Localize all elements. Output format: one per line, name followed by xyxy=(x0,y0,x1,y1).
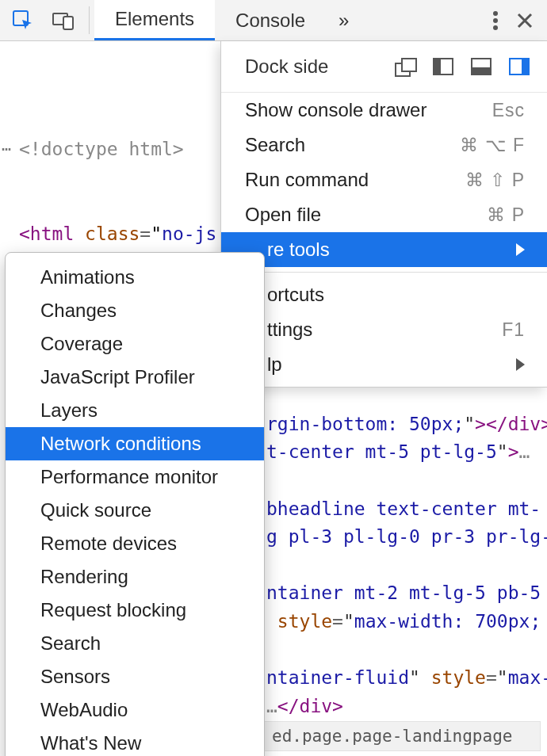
menu-shortcuts[interactable]: ortcuts xyxy=(221,277,547,312)
doctype-line: <!doctype html> xyxy=(19,139,184,159)
menu-open-file[interactable]: Open file ⌘ P xyxy=(221,197,547,232)
submenu-item-rendering[interactable]: Rendering xyxy=(6,560,264,594)
dock-bottom-icon[interactable] xyxy=(471,58,492,75)
shortcut: ⌘ ⇧ P xyxy=(465,170,525,191)
submenu-item-javascript-profiler[interactable]: JavaScript Profiler xyxy=(6,361,264,394)
dock-side-label: Dock side xyxy=(245,55,379,78)
dock-undock-icon[interactable] xyxy=(395,58,415,75)
close-icon[interactable] xyxy=(507,0,547,40)
menu-label: Open file xyxy=(245,204,321,226)
submenu-item-network-conditions[interactable]: Network conditions xyxy=(6,427,264,460)
submenu-item-sensors[interactable]: Sensors xyxy=(6,660,264,693)
submenu-item-performance-monitor[interactable]: Performance monitor xyxy=(6,460,264,494)
gutter-ellipsis-icon: … xyxy=(2,133,12,158)
elements-dom-tree-continued[interactable]: rgin-bottom: 50px;"></div> t-center mt-5… xyxy=(247,382,542,721)
submenu-item-animations[interactable]: Animations xyxy=(6,261,264,294)
svg-point-3 xyxy=(493,11,498,16)
shortcut: Esc xyxy=(492,100,525,121)
submenu-item-layers[interactable]: Layers xyxy=(6,394,264,427)
more-tools-submenu: AnimationsChangesCoverageJavaScript Prof… xyxy=(5,252,265,756)
menu-label: Show console drawer xyxy=(245,99,427,121)
submenu-item-remote-devices[interactable]: Remote devices xyxy=(6,527,264,560)
submenu-item-changes[interactable]: Changes xyxy=(6,294,264,327)
menu-show-console-drawer[interactable]: Show console drawer Esc xyxy=(221,93,547,128)
menu-label: Search xyxy=(245,134,305,156)
menu-label: Run command xyxy=(245,169,369,191)
menu-help[interactable]: lp xyxy=(221,347,547,382)
submenu-item-request-blocking[interactable]: Request blocking xyxy=(6,594,264,627)
breadcrumb[interactable]: ed.page.page-landingpage xyxy=(263,721,541,751)
menu-label: ortcuts xyxy=(267,284,324,306)
svg-point-4 xyxy=(493,18,498,23)
svg-rect-2 xyxy=(63,17,73,29)
shortcut: ⌘ ⌥ F xyxy=(460,135,525,156)
menu-more-tools[interactable]: re tools xyxy=(221,232,547,267)
chevron-right-icon xyxy=(516,243,525,256)
device-toolbar-icon[interactable] xyxy=(43,0,84,40)
tab-console[interactable]: Console xyxy=(215,0,326,40)
menu-run-command[interactable]: Run command ⌘ ⇧ P xyxy=(221,162,547,197)
submenu-item-quick-source[interactable]: Quick source xyxy=(6,494,264,527)
menu-label: lp xyxy=(267,353,282,376)
devtools-main-menu: Dock side Show console drawer Esc Search… xyxy=(220,41,547,388)
submenu-item-search[interactable]: Search xyxy=(6,627,264,660)
submenu-item-what-s-new[interactable]: What's New xyxy=(6,727,264,756)
shortcut: F1 xyxy=(502,319,525,341)
dock-right-icon[interactable] xyxy=(509,58,530,75)
kebab-menu-icon[interactable] xyxy=(484,0,507,40)
tab-elements[interactable]: Elements xyxy=(94,0,215,40)
tabs-overflow[interactable]: » xyxy=(326,0,361,40)
shortcut: ⌘ P xyxy=(487,204,525,226)
submenu-item-coverage[interactable]: Coverage xyxy=(6,327,264,361)
separator xyxy=(89,6,90,34)
separator xyxy=(221,272,547,273)
menu-label: ttings xyxy=(267,319,312,341)
inspect-element-icon[interactable] xyxy=(0,0,43,40)
dock-left-icon[interactable] xyxy=(433,58,453,75)
menu-search[interactable]: Search ⌘ ⌥ F xyxy=(221,128,547,162)
devtools-tabbar: Elements Console » xyxy=(0,0,547,41)
menu-settings[interactable]: ttings F1 xyxy=(221,312,547,347)
dock-side-row: Dock side xyxy=(221,41,547,93)
svg-point-5 xyxy=(493,25,498,30)
menu-label: re tools xyxy=(267,239,330,261)
submenu-item-webaudio[interactable]: WebAudio xyxy=(6,693,264,727)
chevron-right-icon xyxy=(516,358,525,371)
